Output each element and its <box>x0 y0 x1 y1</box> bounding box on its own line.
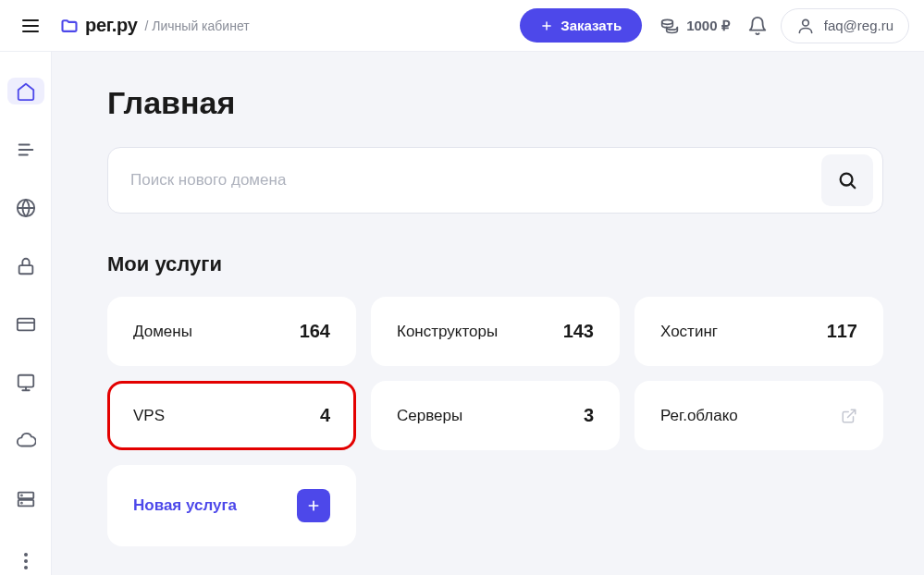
card-constructors[interactable]: Конструкторы 143 <box>371 297 620 366</box>
external-link-icon <box>841 408 857 424</box>
svg-rect-5 <box>18 375 33 387</box>
globe-icon <box>16 198 36 218</box>
card-label: Конструкторы <box>397 323 498 341</box>
notifications-button[interactable] <box>747 16 768 36</box>
service-cards: Домены 164 Конструкторы 143 Хостинг 117 … <box>107 297 883 546</box>
sidebar-item-home[interactable] <box>7 78 44 104</box>
card-icon <box>16 314 36 335</box>
menu-icon[interactable] <box>15 12 46 40</box>
card-label: Домены <box>133 323 192 341</box>
card-domains[interactable]: Домены 164 <box>107 297 356 366</box>
server-icon <box>16 373 36 393</box>
svg-point-12 <box>24 566 28 569</box>
sidebar-item-cloud[interactable] <box>7 428 44 455</box>
lock-icon <box>16 256 36 276</box>
svg-point-11 <box>24 559 28 563</box>
svg-rect-4 <box>17 319 33 331</box>
svg-point-9 <box>20 503 21 504</box>
storage-icon <box>16 489 36 509</box>
card-label: Рег.облако <box>660 407 738 425</box>
order-button-label: Заказать <box>561 18 622 33</box>
svg-point-1 <box>802 19 808 26</box>
header: рег.ру / Личный кабинет Заказать 1000 ₽ … <box>0 0 924 52</box>
bell-icon <box>747 16 768 36</box>
card-vps[interactable]: VPS 4 <box>107 381 356 450</box>
page-title: Главная <box>107 85 883 121</box>
plus-icon <box>540 19 553 32</box>
section-title: Мои услуги <box>107 252 883 276</box>
add-button[interactable] <box>297 489 330 522</box>
card-new-service[interactable]: Новая услуга <box>107 465 356 546</box>
folder-icon <box>59 17 80 35</box>
card-label: VPS <box>133 407 165 425</box>
logo[interactable]: рег.ру <box>59 15 138 36</box>
sidebar-item-list[interactable] <box>7 136 44 163</box>
cabinet-label: / Личный кабинет <box>145 18 250 33</box>
sidebar-item-card[interactable] <box>7 311 44 337</box>
card-label: Новая услуга <box>133 496 237 515</box>
search-input[interactable] <box>130 171 821 190</box>
card-label: Хостинг <box>660 323 718 341</box>
cloud-icon <box>16 431 36 451</box>
order-button[interactable]: Заказать <box>520 8 642 43</box>
user-icon <box>796 17 815 35</box>
plus-icon <box>306 498 321 513</box>
coins-icon <box>660 17 679 35</box>
logo-text: рег.ру <box>85 15 138 36</box>
sidebar-item-storage[interactable] <box>7 486 44 513</box>
search-button[interactable] <box>821 154 873 206</box>
svg-point-10 <box>24 553 28 557</box>
sidebar-item-globe[interactable] <box>7 194 44 221</box>
user-menu[interactable]: faq@reg.ru <box>781 8 909 43</box>
more-icon <box>24 553 28 569</box>
card-count: 3 <box>584 405 594 426</box>
sidebar-item-lock[interactable] <box>7 252 44 279</box>
balance-value: 1000 ₽ <box>686 18 731 34</box>
sidebar-item-server[interactable] <box>7 370 44 397</box>
card-count: 117 <box>827 321 857 342</box>
card-label: Серверы <box>397 407 462 425</box>
svg-point-0 <box>662 19 673 24</box>
search-icon <box>837 170 857 190</box>
list-icon <box>16 140 36 160</box>
card-count: 143 <box>563 321 594 342</box>
home-icon <box>16 81 36 102</box>
svg-rect-3 <box>18 265 32 274</box>
card-cloud[interactable]: Рег.облако <box>634 381 883 450</box>
card-servers[interactable]: Серверы 3 <box>371 381 620 450</box>
svg-point-8 <box>20 495 21 496</box>
sidebar-item-more[interactable] <box>7 548 44 575</box>
card-count: 164 <box>300 321 330 342</box>
sidebar <box>0 52 52 575</box>
main-content: Главная Мои услуги Домены 164 Конструкто… <box>52 52 924 575</box>
card-hosting[interactable]: Хостинг 117 <box>634 297 883 366</box>
card-count: 4 <box>320 405 330 426</box>
balance[interactable]: 1000 ₽ <box>660 17 731 35</box>
user-email: faq@reg.ru <box>824 18 893 33</box>
domain-search <box>107 147 883 214</box>
